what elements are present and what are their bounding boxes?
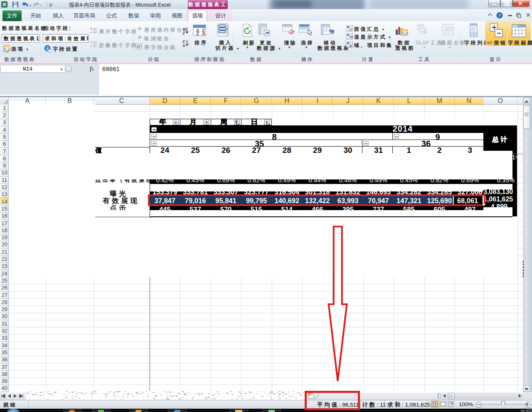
svg-text:fx: fx [424, 29, 427, 34]
svg-text:?: ? [499, 13, 501, 18]
svg-text:Z: Z [196, 31, 199, 36]
svg-text:17: 17 [136, 44, 140, 49]
svg-text:%: % [350, 35, 353, 39]
svg-text:A: A [182, 43, 185, 48]
svg-text:?: ? [450, 25, 453, 32]
svg-text:Z: Z [182, 31, 185, 35]
svg-text:A: A [202, 31, 205, 36]
